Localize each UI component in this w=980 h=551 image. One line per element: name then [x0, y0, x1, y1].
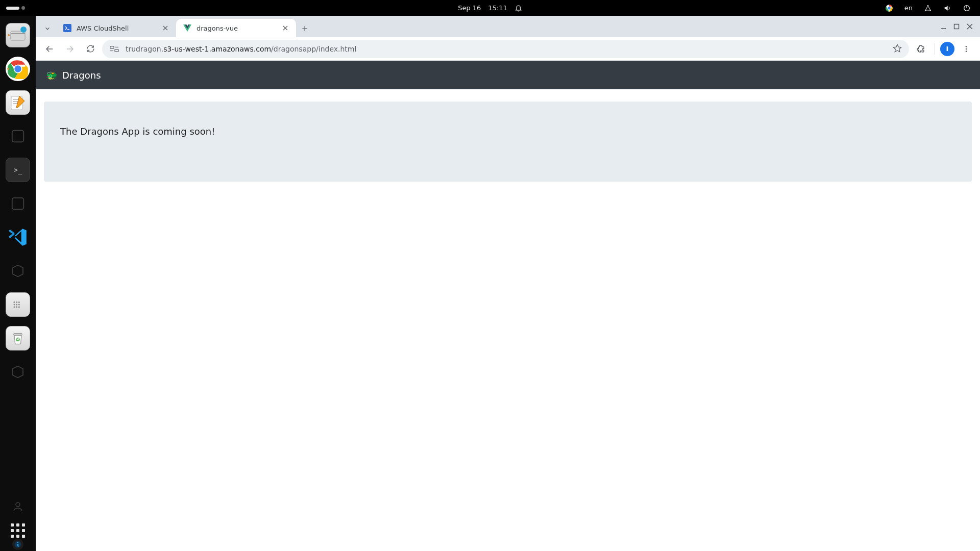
- nav-forward-button[interactable]: [61, 40, 79, 58]
- avatar-initial: I: [946, 45, 949, 53]
- svg-rect-8: [11, 33, 25, 34]
- browser-toolbar: trudragon.s3-us-west-1.amazonaws.com/dra…: [36, 37, 980, 61]
- svg-point-21: [13, 304, 15, 305]
- dock-app-generic-2[interactable]: [6, 191, 30, 216]
- running-indicator-icon: [8, 34, 10, 36]
- dock-app-text-editor[interactable]: [6, 90, 30, 115]
- running-indicator-icon: [7, 68, 9, 70]
- dock-app-chrome[interactable]: [6, 57, 30, 81]
- aws-cloudshell-favicon-icon: [63, 24, 71, 32]
- tab-close-button[interactable]: [281, 23, 290, 33]
- svg-point-20: [18, 302, 20, 303]
- window-close-button[interactable]: [967, 22, 973, 32]
- svg-rect-27: [14, 334, 22, 336]
- content-card: The Dragons App is coming soon!: [44, 102, 972, 182]
- site-info-icon[interactable]: [109, 45, 119, 53]
- svg-rect-17: [12, 198, 24, 210]
- tab-close-button[interactable]: [161, 23, 170, 33]
- notifications-icon[interactable]: [514, 4, 522, 12]
- chrome-indicator-icon[interactable]: [885, 4, 893, 12]
- new-tab-button[interactable]: [296, 20, 313, 37]
- dock-app-files[interactable]: [6, 23, 30, 47]
- window-minimize-button[interactable]: [940, 22, 946, 32]
- extensions-button[interactable]: [912, 40, 929, 58]
- vue-favicon-icon: [183, 24, 191, 32]
- dock-accessibility-icon[interactable]: [12, 539, 23, 550]
- svg-point-2: [927, 5, 929, 7]
- svg-point-31: [17, 542, 18, 543]
- svg-point-50: [966, 46, 967, 47]
- app-title: Dragons: [62, 70, 101, 81]
- network-icon[interactable]: [924, 4, 932, 12]
- tab-dragons-vue[interactable]: dragons-vue: [176, 19, 296, 37]
- svg-rect-16: [12, 131, 24, 142]
- svg-rect-32: [63, 24, 71, 32]
- system-date[interactable]: Sep 16: [458, 4, 481, 12]
- dock-app-terminal[interactable]: >_: [6, 158, 30, 182]
- dragon-emoji-icon: 🐲: [46, 70, 57, 81]
- dock-app-generic-1[interactable]: [6, 124, 30, 148]
- nav-reload-button[interactable]: [82, 40, 99, 58]
- terminal-prompt-label: >_: [14, 166, 22, 174]
- window-maximize-button[interactable]: [953, 22, 960, 32]
- profile-avatar[interactable]: I: [940, 42, 954, 56]
- dock-app-vscode[interactable]: [6, 225, 30, 249]
- search-tabs-button[interactable]: [39, 20, 56, 37]
- volume-icon[interactable]: [943, 4, 951, 12]
- svg-rect-46: [115, 49, 118, 52]
- dock-app-dotfile[interactable]: [6, 292, 30, 317]
- svg-rect-40: [954, 24, 959, 29]
- tab-label: dragons-vue: [197, 24, 238, 32]
- system-time[interactable]: 15:11: [488, 4, 507, 12]
- app-header: 🐲 Dragons: [36, 61, 980, 89]
- svg-point-51: [966, 48, 967, 49]
- chrome-menu-button[interactable]: [958, 40, 975, 58]
- nav-back-button[interactable]: [41, 40, 58, 58]
- svg-rect-7: [11, 31, 25, 40]
- coming-soon-message: The Dragons App is coming soon!: [60, 126, 955, 137]
- dock-app-trash[interactable]: [6, 326, 30, 350]
- activities-button[interactable]: [0, 6, 25, 10]
- svg-rect-45: [110, 46, 114, 48]
- svg-point-26: [18, 306, 20, 308]
- show-applications-button[interactable]: [11, 523, 25, 538]
- toolbar-divider: [935, 43, 935, 55]
- svg-point-29: [16, 503, 20, 507]
- tab-aws-cloudshell[interactable]: AWS CloudShell: [56, 19, 176, 37]
- svg-point-18: [13, 302, 15, 303]
- dock-app-generic-3[interactable]: [6, 259, 30, 283]
- svg-point-4: [929, 9, 931, 11]
- dock-user-icon[interactable]: [6, 499, 30, 514]
- svg-point-52: [966, 51, 967, 52]
- svg-point-22: [16, 304, 17, 305]
- svg-point-1: [888, 7, 891, 10]
- keyboard-layout[interactable]: en: [904, 4, 913, 12]
- url-text: trudragon.s3-us-west-1.amazonaws.com/dra…: [126, 45, 356, 53]
- system-dock: >_: [0, 16, 36, 551]
- chrome-window: AWS CloudShell dragons-vue: [36, 16, 980, 551]
- power-icon[interactable]: [963, 4, 971, 12]
- dock-app-generic-4[interactable]: [6, 360, 30, 384]
- address-bar[interactable]: trudragon.s3-us-west-1.amazonaws.com/dra…: [102, 40, 909, 58]
- svg-point-24: [13, 306, 15, 308]
- web-page: 🐲 Dragons The Dragons App is coming soon…: [36, 61, 980, 551]
- tab-strip: AWS CloudShell dragons-vue: [36, 16, 980, 37]
- tab-label: AWS CloudShell: [77, 24, 129, 32]
- svg-point-19: [16, 302, 17, 303]
- svg-point-25: [16, 306, 17, 308]
- svg-point-23: [18, 304, 20, 305]
- system-top-bar: Sep 16 15:11 en: [0, 0, 980, 16]
- svg-point-3: [925, 9, 926, 11]
- bookmark-star-icon[interactable]: [893, 43, 902, 54]
- svg-marker-49: [894, 44, 901, 52]
